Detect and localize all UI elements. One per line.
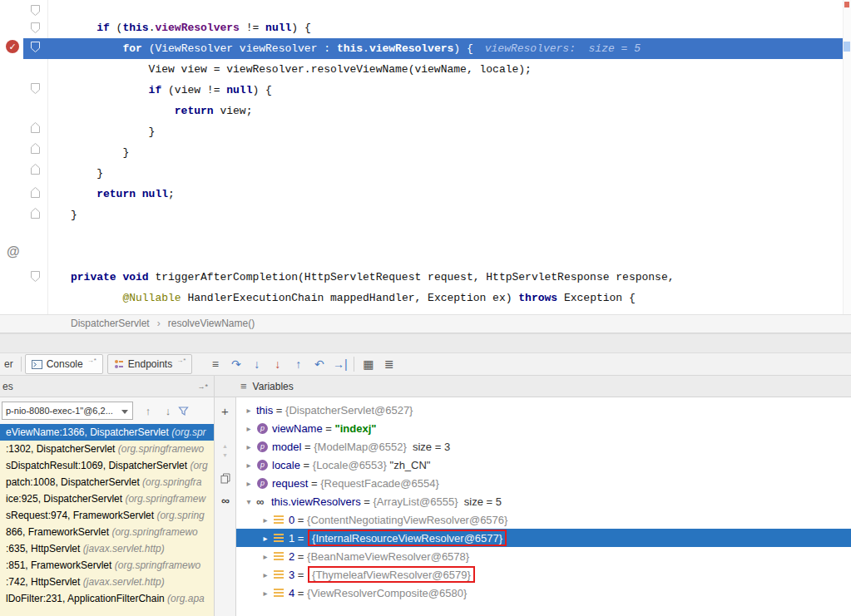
variable-name: 2 [289, 550, 294, 563]
code-line[interactable]: } [0, 205, 843, 225]
code-line[interactable]: @Nullable HandlerExecutionChain mappedHa… [0, 288, 843, 308]
stack-frame-item[interactable]: sRequest:974, FrameworkServlet (org.spri… [0, 507, 214, 524]
stack-frame-item[interactable]: ice:925, DispatcherServlet (org.springfr… [0, 490, 214, 507]
chevron-right-icon[interactable]: ▸ [258, 589, 273, 598]
variable-row[interactable]: ▸pmodel = {ModelMap@6552} size = 3 [236, 437, 851, 456]
code-text: view; [220, 105, 252, 117]
code-line[interactable]: } [0, 142, 843, 163]
stack-frame-item[interactable]: sDispatchResult:1069, DispatcherServlet … [0, 457, 214, 474]
variable-row[interactable]: ▸pviewName = "indexj" [236, 419, 851, 437]
stack-frame-item[interactable]: :851, FrameworkServlet (org.springframew… [0, 557, 214, 574]
chevron-right-icon[interactable]: ▸ [258, 570, 273, 579]
execution-stripe-mark[interactable] [844, 42, 850, 52]
code-line[interactable] [0, 225, 843, 246]
code-line[interactable]: return null; [0, 184, 843, 205]
code-line[interactable]: private void triggerAfterCompletion(Http… [0, 267, 843, 288]
thread-dropdown[interactable]: p-nio-8080-exec-1"@6,2... [2, 402, 133, 420]
breadcrumb-class[interactable]: DispatcherServlet [71, 318, 150, 329]
run-to-cursor-icon[interactable]: →| [329, 357, 350, 371]
variable-row[interactable]: ▸4 = {ViewResolverComposite@6580} [236, 584, 851, 602]
editor-scrollbar[interactable] [843, 0, 851, 314]
variable-row[interactable]: ▸2 = {BeanNameViewResolver@6578} [236, 547, 851, 565]
code-editor[interactable]: if (this.viewResolvers != null) { for (V… [0, 0, 851, 314]
scope-end-mark-icon [30, 186, 41, 199]
code-line[interactable] [0, 246, 843, 267]
code-line[interactable]: if (this.viewResolvers != null) { [0, 17, 843, 38]
variable-name: 3 [289, 569, 294, 581]
breadcrumb-method[interactable]: resolveViewName() [168, 318, 255, 329]
chevron-right-icon[interactable]: ▸ [241, 406, 256, 415]
watches-toggle-icon[interactable]: ∞ [215, 494, 235, 507]
previous-frame-icon[interactable]: ↑ [138, 405, 158, 417]
scope-end-mark-icon [30, 207, 41, 219]
chevron-right-icon[interactable]: ▸ [241, 424, 256, 433]
copy-icon[interactable] [220, 473, 230, 484]
code-area: if (this.viewResolvers != null) { for (V… [0, 17, 843, 308]
code-line[interactable]: View view = viewResolver.resolveViewName… [0, 59, 843, 80]
console-icon [32, 360, 42, 369]
view-layout-grid-icon[interactable]: ▦ [358, 357, 378, 371]
variable-row[interactable]: ▸3 = {ThymeleafViewResolver@6579} [236, 565, 851, 584]
stack-frame-item[interactable]: :635, HttpServlet (javax.servlet.http) [0, 540, 214, 557]
stack-frame-item[interactable]: :1302, DispatcherServlet (org.springfram… [0, 441, 214, 457]
variable-row[interactable]: ▸1 = {InternalResourceViewResolver@6577} [236, 529, 851, 547]
stack-frame-item[interactable]: lDoFilter:231, ApplicationFilterChain (o… [0, 590, 214, 607]
stack-frame-item[interactable]: patch:1008, DispatcherServlet (org.sprin… [0, 474, 214, 490]
execution-line[interactable]: for (ViewResolver viewResolver : this.vi… [0, 38, 843, 59]
code-line[interactable]: } [0, 121, 843, 142]
tab-console[interactable]: Console →* [25, 354, 103, 374]
hamburger-icon[interactable]: ≡ [240, 380, 247, 392]
scroll-up-icon[interactable]: ▲ [215, 443, 235, 449]
step-out-icon[interactable]: ↑ [288, 357, 309, 371]
code-text: (ViewResolver viewResolver : [149, 42, 337, 55]
code-line[interactable]: if (view != null) { [0, 80, 843, 101]
chevron-right-icon[interactable]: ▸ [258, 515, 273, 525]
dock-icon[interactable]: →* [197, 382, 208, 391]
chevron-right-icon[interactable]: ▸ [258, 552, 273, 561]
chevron-down-icon[interactable]: ▾ [241, 497, 256, 506]
stack-frame-item[interactable]: 866, FrameworkServlet (org.springframewo [0, 524, 214, 540]
tab-endpoints[interactable]: Endpoints →* [107, 354, 193, 374]
tab-overflow-icon[interactable]: →* [87, 357, 96, 364]
breakpoint-icon[interactable]: ✓ [6, 40, 19, 53]
variable-extra: "zh_CN" [387, 459, 431, 471]
code-line[interactable]: } [0, 163, 843, 184]
filter-icon[interactable] [178, 406, 189, 416]
force-step-into-icon[interactable]: ↓ [267, 357, 288, 371]
error-stripe-mark[interactable] [844, 2, 849, 7]
variables-side-toolbar: + ▲ ▼ ∞ [215, 397, 236, 616]
variable-row[interactable]: ▸prequest = {RequestFacade@6554} [236, 474, 851, 492]
code-line[interactable]: return view; [0, 101, 843, 121]
variable-row[interactable]: ▸0 = {ContentNegotiatingViewResolver@657… [236, 510, 851, 529]
settings-lines-icon[interactable]: ≣ [378, 357, 399, 371]
step-into-icon[interactable]: ↓ [246, 357, 267, 371]
frames-title-partial: es [2, 381, 13, 392]
equals-sign: = [294, 514, 307, 526]
annotation-red-box: {InternalResourceViewResolver@6577} [308, 530, 507, 546]
chevron-right-icon[interactable]: ▸ [258, 534, 273, 543]
stack-frame-item[interactable]: :742, HttpServlet (javax.servlet.http) [0, 574, 214, 590]
chevron-right-icon[interactable]: ▸ [241, 479, 256, 488]
step-over-icon[interactable]: ↷ [225, 357, 246, 371]
scroll-down-icon[interactable]: ▼ [215, 452, 235, 458]
variable-row[interactable]: ▾∞this.viewResolvers = {ArrayList@6555} … [236, 492, 851, 510]
code-text: for [71, 42, 149, 55]
chevron-right-icon[interactable]: ▸ [241, 442, 256, 451]
variable-value: {DispatcherServlet@6527} [285, 404, 413, 416]
tab-debugger-partial[interactable]: er [0, 358, 17, 370]
array-element-icon [274, 589, 284, 597]
variable-row[interactable]: ▸plocale = {Locale@6553} "zh_CN" [236, 456, 851, 474]
variable-row[interactable]: ▸this = {DispatcherServlet@6527} [236, 401, 851, 419]
variable-value: {ContentNegotiatingViewResolver@6576} [307, 514, 507, 526]
tab-overflow-icon[interactable]: →* [176, 357, 186, 364]
frames-panel: p-nio-8080-exec-1"@6,2... ↑ ↓ eViewName:… [0, 397, 215, 616]
layout-menu-icon[interactable]: ≡ [205, 357, 225, 371]
chevron-right-icon[interactable]: ▸ [241, 461, 256, 470]
drop-frame-icon[interactable]: ↶ [309, 357, 329, 371]
stack-frame-item[interactable]: eViewName:1366, DispatcherServlet (org.s… [0, 424, 214, 441]
next-frame-icon[interactable]: ↓ [158, 405, 178, 417]
add-watch-icon[interactable]: + [215, 404, 235, 418]
frame-package: (org.springframewo [111, 526, 197, 538]
parameter-icon: p [257, 441, 268, 452]
debug-toolbar: er Console →* Endpoints →* ≡ ↷ ↓ ↓ ↑ ↶ →… [0, 352, 851, 376]
